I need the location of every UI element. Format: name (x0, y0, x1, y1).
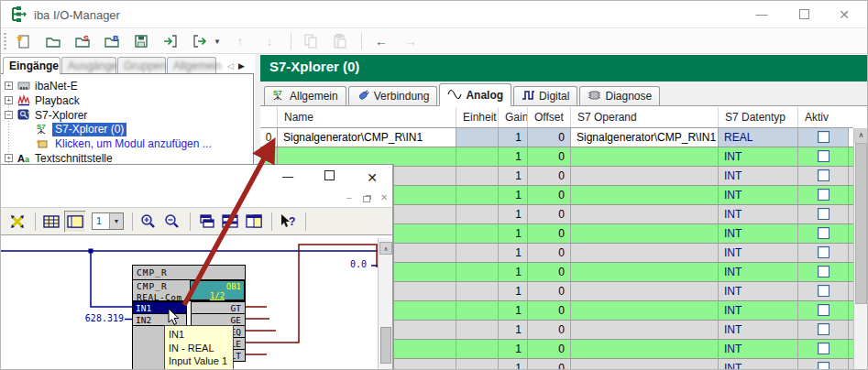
export-dropdown-caret[interactable]: ▼ (214, 38, 221, 46)
fbd-close-button[interactable]: ✕ (363, 170, 381, 185)
cell-operand[interactable] (571, 359, 719, 370)
cell-datentyp[interactable]: INT (719, 301, 798, 320)
cell-gain[interactable]: 1 (499, 263, 528, 281)
cell-datentyp[interactable]: INT (719, 224, 798, 243)
cell-einheit[interactable] (456, 263, 499, 281)
mdi-restore-icon[interactable] (363, 195, 370, 204)
tile-vertical-icon[interactable] (243, 211, 265, 233)
nav-forward-icon[interactable]: → (399, 31, 423, 51)
cell-offset[interactable]: 0 (528, 167, 571, 185)
column-view-icon[interactable] (64, 211, 86, 233)
aktiv-checkbox[interactable] (818, 323, 830, 335)
cell-aktiv[interactable] (798, 205, 849, 223)
tab-analog[interactable]: Analog (439, 83, 511, 106)
cell-offset[interactable]: 0 (528, 128, 571, 147)
col-offset[interactable]: Offset (528, 107, 571, 127)
cell-operand[interactable] (571, 186, 719, 204)
col-name[interactable]: Name (278, 107, 456, 127)
output-pin-ge[interactable]: GE (191, 313, 246, 326)
cell-einheit[interactable] (456, 205, 499, 223)
cell-gain[interactable]: 1 (499, 205, 528, 223)
cell-offset[interactable]: 0 (528, 301, 571, 320)
cell-datentyp[interactable]: INT (719, 359, 798, 370)
cell-gain[interactable]: 1 (499, 359, 528, 370)
export-icon[interactable] (188, 31, 212, 51)
open-file-icon[interactable] (41, 31, 65, 51)
tab-gruppen[interactable]: Gruppen (117, 57, 166, 73)
cell-operand[interactable]: Signalgenerator\CMP_R\IN1 (571, 128, 719, 147)
cell-einheit[interactable] (456, 301, 499, 320)
tree-item-s7xplorer-0[interactable]: S7 S7-Xplorer (0) (1, 122, 253, 136)
cell-einheit[interactable] (456, 147, 499, 166)
aktiv-checkbox[interactable] (818, 208, 830, 220)
cell-datentyp[interactable]: INT (719, 321, 798, 339)
scroll-thumb[interactable] (855, 143, 867, 304)
nav-back-icon[interactable]: ← (369, 31, 393, 51)
cell-aktiv[interactable] (798, 224, 849, 243)
cell-datentyp[interactable]: INT (719, 263, 798, 281)
grid-view-icon[interactable] (40, 211, 62, 233)
tab-scroll-left-icon[interactable]: ◁ (227, 61, 234, 71)
cell-gain[interactable]: 1 (499, 340, 528, 358)
cell-gain[interactable]: 1 (499, 186, 528, 204)
aktiv-checkbox[interactable] (818, 150, 830, 162)
table-row[interactable]: 0Signalgenerator\CMP_R\IN110Signalgenera… (260, 128, 853, 147)
cell-gain[interactable]: 1 (499, 147, 528, 166)
open-scheme-b-icon[interactable]: B (100, 31, 124, 51)
aktiv-checkbox[interactable] (818, 362, 830, 370)
cell-offset[interactable]: 0 (528, 244, 571, 262)
toolbar-grip[interactable] (4, 33, 6, 51)
cell-offset[interactable]: 0 (528, 186, 571, 204)
new-config-icon[interactable]: ★ (12, 31, 36, 51)
canvas-scroll-thumb[interactable] (380, 327, 391, 364)
input-pin-in2[interactable]: IN2 (132, 313, 187, 326)
cell-offset[interactable]: 0 (528, 224, 571, 243)
cell-offset[interactable]: 0 (528, 263, 571, 281)
col-s7operand[interactable]: S7 Operand (571, 107, 719, 127)
aktiv-checkbox[interactable] (818, 246, 830, 258)
col-s7datentyp[interactable]: S7 Datentyp (719, 107, 798, 127)
cell-num[interactable]: 0 (260, 128, 278, 147)
col-einheit[interactable]: Einheit (456, 107, 499, 127)
cell-offset[interactable]: 0 (528, 340, 571, 358)
dropdown-caret-icon[interactable]: ▼ (109, 213, 123, 229)
aktiv-checkbox[interactable] (818, 227, 830, 239)
tree-item-ibanet[interactable]: + ibaNet-E (1, 79, 253, 93)
context-help-icon[interactable]: ? (277, 211, 299, 233)
cell-offset[interactable]: 0 (528, 205, 571, 223)
cell-aktiv[interactable] (798, 186, 849, 204)
aktiv-checkbox[interactable] (818, 266, 830, 278)
cell-einheit[interactable] (456, 282, 499, 300)
cell-datentyp[interactable]: INT (719, 205, 798, 223)
cell-einheit[interactable] (456, 340, 499, 358)
expander-icon[interactable]: + (5, 154, 13, 162)
move-up-icon[interactable]: ↑ (228, 31, 252, 51)
cell-einheit[interactable] (456, 321, 499, 339)
cell-operand[interactable] (571, 244, 719, 262)
fbd-canvas[interactable]: 628.319 0.0 CMP_R CMP_R REAL-Com OB1 1/2… (1, 235, 392, 370)
cascade-windows-icon[interactable] (195, 211, 217, 233)
mdi-minimize-icon[interactable]: – (346, 193, 352, 202)
cell-name[interactable] (278, 147, 456, 166)
copy-icon[interactable] (299, 31, 323, 51)
tab-scroll-right-icon[interactable]: ▶ (238, 61, 245, 71)
cell-einheit[interactable] (456, 244, 499, 262)
cell-aktiv[interactable] (798, 301, 849, 320)
input-pin-in1[interactable]: IN1 (132, 301, 187, 314)
cell-datentyp[interactable]: INT (719, 340, 798, 358)
output-pin-gt[interactable]: GT (191, 301, 246, 314)
tab-diagnose[interactable]: Diagnose (579, 86, 660, 105)
cell-gain[interactable]: 1 (499, 282, 528, 300)
tree-item-s7xplorer-group[interactable]: − ★ S7-Xplorer (1, 108, 253, 123)
cell-einheit[interactable] (456, 359, 499, 370)
fit-view-icon[interactable] (6, 211, 28, 233)
cell-operand[interactable] (571, 224, 719, 243)
cell-aktiv[interactable] (798, 321, 849, 339)
cell-aktiv[interactable] (798, 244, 849, 262)
cell-einheit[interactable] (456, 167, 499, 185)
cell-aktiv[interactable] (798, 167, 849, 185)
expander-icon[interactable]: − (5, 111, 13, 119)
table-scrollbar[interactable]: ∧ (853, 128, 867, 370)
cell-operand[interactable] (571, 321, 719, 339)
tile-horizontal-icon[interactable] (219, 211, 241, 233)
